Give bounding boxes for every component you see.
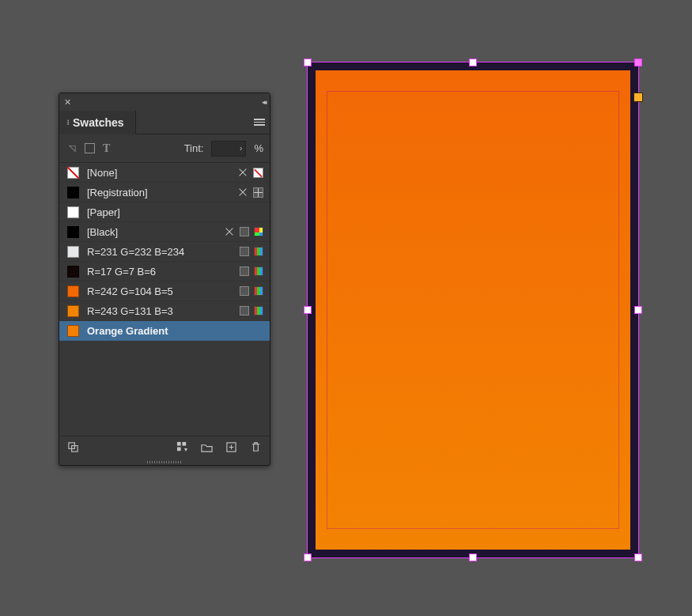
tint-options-row: ◹ T Tint: › % [59,134,270,163]
swatches-panel: ✕ ◂◂ ፧ Swatches ◹ T Tint: › % [None][Reg… [59,93,270,466]
swatch-name: R=231 G=232 B=234 [87,246,232,258]
swatch-status-icons [240,247,263,256]
swatches-list: [None][Registration][Paper][Black]R=231 … [59,163,270,341]
swatch-name: [Paper] [87,206,255,218]
rgb-mode-icon [254,266,263,276]
swatch-row[interactable]: R=231 G=232 B=234 [59,242,270,262]
swatch-color-icon [67,167,79,179]
swatch-status-icons [237,167,263,178]
swatch-row[interactable]: R=242 G=104 B=5 [59,282,270,301]
frame-indicator-icon[interactable] [633,93,643,102]
resize-handle-bottom-right[interactable] [634,554,642,561]
swatch-color-icon [67,206,79,218]
swatch-name: R=242 G=104 B=5 [87,285,232,297]
rgb-mode-icon [254,247,263,256]
resize-handle-middle-left[interactable] [304,306,312,314]
resize-handle-top-left[interactable] [304,59,312,66]
text-format-icon[interactable]: T [103,142,110,155]
noneditable-icon [237,167,248,178]
swatch-color-icon [67,187,79,198]
panel-footer: ▾ [59,436,270,459]
tab-grip-icon: ፧ [67,121,68,124]
list-empty-space [59,341,270,436]
swatch-color-icon [67,226,79,238]
fill-stroke-icon[interactable]: ◹ [69,143,77,153]
swatch-color-icon [67,246,79,258]
svg-text:▾: ▾ [184,446,187,453]
frame-margin-guide [327,91,619,529]
swatch-name: R=17 G=7 B=6 [87,266,232,278]
rgb-mode-icon [254,306,263,316]
rgb-mode-icon [254,227,263,236]
swatch-row[interactable]: R=243 G=131 B=3 [59,301,270,321]
process-color-icon [240,227,249,236]
new-color-group-icon[interactable]: ▾ [176,441,188,455]
new-swatch-icon[interactable] [225,441,237,455]
resize-handle-bottom-middle[interactable] [469,554,477,561]
process-color-icon [240,286,249,296]
tint-label: Tint: [184,142,204,154]
swatch-row[interactable]: R=17 G=7 B=6 [59,262,270,282]
swatch-row[interactable]: [Paper] [59,202,270,222]
none-color-icon [253,168,263,178]
close-icon[interactable]: ✕ [64,97,71,108]
swatch-row[interactable]: [None] [59,163,270,183]
swatch-name: [None] [87,167,229,179]
swatch-color-icon [67,305,79,317]
panel-menu-icon[interactable] [254,119,265,126]
swatch-color-icon [67,266,79,278]
swatch-color-icon [67,285,79,297]
swatch-row[interactable]: [Registration] [59,183,270,202]
tint-input[interactable]: › [211,141,246,157]
swatch-name: [Black] [87,226,216,238]
tab-swatches[interactable]: ፧ Swatches [59,111,136,134]
svg-rect-3 [183,441,187,445]
container-format-icon[interactable] [85,143,95,153]
process-color-icon [240,247,249,256]
noneditable-icon [237,187,248,198]
swatch-row[interactable]: Orange Gradient [59,321,270,341]
swatch-libraries-icon[interactable] [67,441,79,455]
swatch-name: Orange Gradient [87,325,255,337]
swatch-row[interactable]: [Black] [59,222,270,242]
resize-handle-top-middle[interactable] [469,59,477,66]
swatch-status-icons [240,266,263,276]
panel-tab-bar: ፧ Swatches [59,111,270,134]
swatch-status-icons [240,306,263,316]
collapse-icon[interactable]: ◂◂ [262,98,265,106]
tint-unit: % [254,142,263,154]
svg-rect-4 [177,447,181,451]
folder-icon[interactable] [201,441,213,455]
swatch-name: R=243 G=131 B=3 [87,305,232,317]
swatch-name: [Registration] [87,187,229,198]
registration-icon [253,187,263,198]
panel-titlebar: ✕ ◂◂ [59,93,270,111]
noneditable-icon [224,226,235,237]
rgb-mode-icon [254,286,263,296]
resize-handle-bottom-left[interactable] [304,554,312,561]
swatch-status-icons [237,187,263,198]
swatch-color-icon [67,325,79,337]
swatch-status-icons [240,286,263,296]
svg-rect-2 [177,441,181,445]
swatch-status-icons [224,226,263,237]
selected-frame[interactable] [307,62,639,558]
delete-swatch-icon[interactable] [250,441,262,455]
process-color-icon [240,306,249,316]
resize-handle-middle-right[interactable] [634,306,642,314]
tab-label: Swatches [73,116,124,129]
panel-resize-grip[interactable] [59,459,270,465]
resize-handle-top-right[interactable] [634,59,642,66]
process-color-icon [240,266,249,276]
